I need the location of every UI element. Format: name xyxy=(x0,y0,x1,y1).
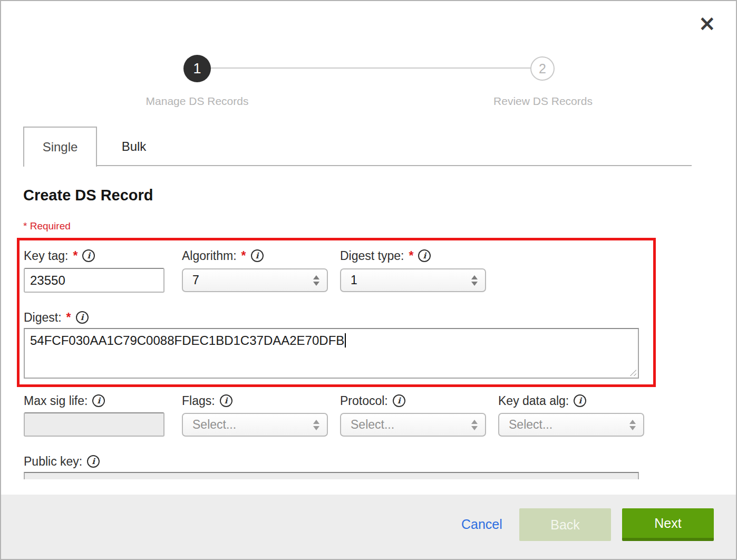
tab-bulk[interactable]: Bulk xyxy=(97,127,171,167)
step-label-review-ds-records: Review DS Records xyxy=(459,95,627,108)
protocol-selected-value: Select... xyxy=(351,418,394,432)
digest-type-selected-value: 1 xyxy=(351,273,357,287)
key-tag-input[interactable] xyxy=(24,268,164,293)
tab-single[interactable]: Single xyxy=(23,127,97,167)
next-button[interactable]: Next xyxy=(622,508,714,541)
flags-info-icon[interactable]: i xyxy=(220,394,232,407)
cancel-link[interactable]: Cancel xyxy=(461,517,502,532)
chevron-updown-icon xyxy=(471,420,478,430)
max-sig-life-input[interactable] xyxy=(24,412,164,437)
protocol-select[interactable]: Select... xyxy=(340,413,486,437)
algorithm-selected-value: 7 xyxy=(192,273,199,287)
protocol-label-text: Protocol: xyxy=(340,394,388,408)
public-key-textarea[interactable] xyxy=(24,472,639,479)
digest-value: 54FCF030AA1C79C0088FDEC1BD1C37DAA2E70DFB xyxy=(30,333,344,347)
max-sig-life-label-text: Max sig life: xyxy=(24,394,88,408)
page-title: Create DS Record xyxy=(23,187,153,204)
required-note: * Required xyxy=(23,220,71,232)
digest-textarea[interactable]: 54FCF030AA1C79C0088FDEC1BD1C37DAA2E70DFB xyxy=(24,328,639,379)
key-data-alg-selected-value: Select... xyxy=(509,418,552,432)
protocol-label: Protocol: i xyxy=(340,393,405,409)
max-sig-life-info-icon[interactable]: i xyxy=(92,394,105,407)
digest-info-icon[interactable]: i xyxy=(76,311,89,324)
key-data-alg-label-text: Key data alg: xyxy=(498,394,569,408)
public-key-info-icon[interactable]: i xyxy=(87,455,100,468)
step-circle-2: 2 xyxy=(530,56,555,81)
digest-type-label: Digest type: * i xyxy=(340,248,431,264)
step-label-manage-ds-records: Manage DS Records xyxy=(113,95,282,108)
key-tag-label-text: Key tag: xyxy=(24,249,68,263)
text-cursor xyxy=(345,333,346,347)
protocol-info-icon[interactable]: i xyxy=(393,394,405,407)
key-data-alg-select[interactable]: Select... xyxy=(498,413,644,437)
algorithm-label: Algorithm: * i xyxy=(182,248,264,264)
key-tag-label: Key tag: * i xyxy=(24,248,95,264)
required-asterisk: * xyxy=(409,249,413,263)
algorithm-label-text: Algorithm: xyxy=(182,249,237,263)
key-data-alg-info-icon[interactable]: i xyxy=(574,394,586,407)
close-icon[interactable]: × xyxy=(698,13,716,34)
public-key-label: Public key: i xyxy=(24,453,100,469)
max-sig-life-label: Max sig life: i xyxy=(24,393,105,409)
digest-type-label-text: Digest type: xyxy=(340,249,404,263)
flags-select[interactable]: Select... xyxy=(182,413,328,437)
resize-handle-icon[interactable] xyxy=(627,367,636,376)
step-connector-line xyxy=(210,67,532,69)
modal-footer: Cancel Back Next xyxy=(1,495,736,559)
flags-selected-value: Select... xyxy=(192,418,236,432)
create-ds-record-modal: × 1 2 Manage DS Records Review DS Record… xyxy=(0,0,737,560)
required-asterisk: * xyxy=(241,249,246,263)
flags-label-text: Flags: xyxy=(182,394,215,408)
key-data-alg-label: Key data alg: i xyxy=(498,393,586,409)
digest-type-select[interactable]: 1 xyxy=(340,268,486,292)
chevron-updown-icon xyxy=(471,275,478,286)
key-tag-info-icon[interactable]: i xyxy=(82,249,95,262)
required-asterisk: * xyxy=(66,311,71,325)
chevron-updown-icon xyxy=(629,420,636,430)
public-key-label-text: Public key: xyxy=(24,455,82,469)
back-button[interactable]: Back xyxy=(519,508,611,541)
flags-label: Flags: i xyxy=(182,393,232,409)
chevron-updown-icon xyxy=(313,275,319,286)
chevron-updown-icon xyxy=(313,420,319,430)
digest-label-text: Digest: xyxy=(24,311,62,325)
digest-type-info-icon[interactable]: i xyxy=(418,249,431,262)
algorithm-select[interactable]: 7 xyxy=(182,268,328,292)
algorithm-info-icon[interactable]: i xyxy=(251,249,264,262)
digest-label: Digest: * i xyxy=(24,310,89,325)
step-circle-1: 1 xyxy=(183,55,211,82)
required-asterisk: * xyxy=(73,249,77,263)
